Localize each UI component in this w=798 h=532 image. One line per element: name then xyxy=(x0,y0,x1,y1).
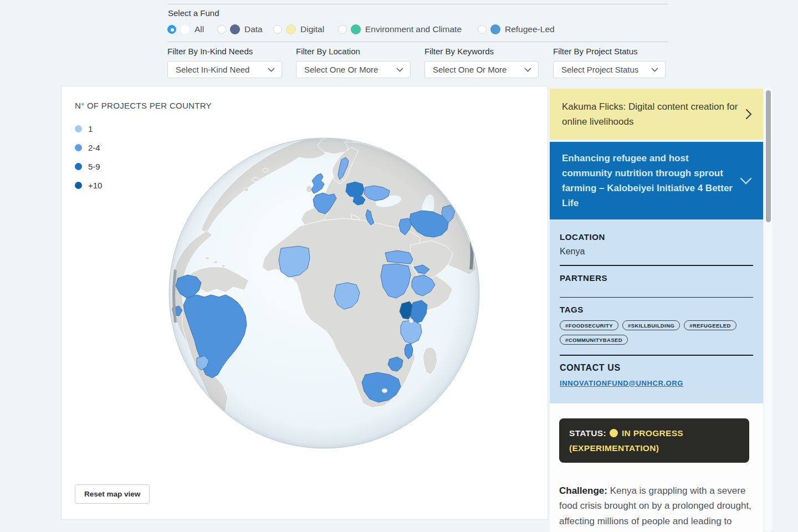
chevron-down-icon xyxy=(651,68,658,72)
fund-selector-heading: Select a Fund xyxy=(168,8,219,18)
filter-label-in-kind: Filter By In-Kind Needs xyxy=(167,47,282,56)
project-sidebar: Kakuma Flicks: Digital content creation … xyxy=(550,89,763,532)
select-value: Select One Or More xyxy=(304,65,378,74)
tags-list: #FOODSECURITY #SKILLBUILDING #REFUGEELED… xyxy=(560,320,753,345)
tag-badge: #SKILLBUILDING xyxy=(622,320,680,330)
reset-map-view-button[interactable]: Reset map view xyxy=(75,484,150,504)
filters-area: Select a Fund All Data Digital Environme… xyxy=(167,0,668,83)
project-card-title: Enhancing refugee and host community nut… xyxy=(562,151,734,211)
status-badge: STATUS:IN PROGRESS (EXPERIMENTATION) xyxy=(559,418,749,463)
contact-email-link[interactable]: INNOVATIONFUND@UNHCR.ORG xyxy=(560,379,683,387)
select-value: Select One Or More xyxy=(433,65,507,74)
contact-heading: CONTACT US xyxy=(560,363,753,373)
map-panel: N° OF PROJECTS PER COUNTRY 1 2-4 5-9 +10… xyxy=(61,86,548,520)
legend-dot-icon xyxy=(75,182,82,189)
fund-option-label: Refugee-Led xyxy=(505,24,555,34)
project-status-select[interactable]: Select Project Status xyxy=(553,61,666,78)
radio-icon xyxy=(478,25,487,34)
in-kind-needs-select[interactable]: Select In-Kind Need xyxy=(167,61,282,78)
partners-heading: PARTNERS xyxy=(560,273,753,283)
description-lead: Challenge: xyxy=(559,485,607,496)
project-card-expanded[interactable]: Enhancing refugee and host community nut… xyxy=(550,142,763,219)
top-divider xyxy=(167,4,668,4)
project-card-title: Kakuma Flicks: Digital content creation … xyxy=(562,99,740,129)
legend-dot-icon xyxy=(75,125,82,132)
fund-option-label: All xyxy=(195,24,204,34)
location-heading: LOCATION xyxy=(560,232,753,242)
fund-radio-group: All Data Digital Environment and Climate… xyxy=(167,24,668,35)
radio-selected-icon xyxy=(167,25,176,34)
fund-option-environment-climate[interactable]: Environment and Climate xyxy=(338,24,462,34)
status-label: STATUS: xyxy=(569,428,606,438)
project-card-collapsed[interactable]: Kakuma Flicks: Digital content creation … xyxy=(550,89,763,140)
legend-dot-icon xyxy=(75,163,82,170)
map-legend: N° OF PROJECTS PER COUNTRY 1 2-4 5-9 +10 xyxy=(75,101,212,195)
fund-option-refugee-led[interactable]: Refugee-Led xyxy=(478,24,555,34)
fund-option-label: Digital xyxy=(300,24,324,34)
radio-icon xyxy=(217,25,226,34)
legend-item: 2-4 xyxy=(75,138,212,157)
chevron-down-icon xyxy=(396,68,403,72)
section-divider xyxy=(560,265,753,266)
fund-color-swatch xyxy=(490,24,500,34)
fund-color-swatch xyxy=(351,24,361,34)
section-divider xyxy=(560,297,753,298)
legend-dot-icon xyxy=(75,144,82,151)
section-divider xyxy=(560,355,753,356)
legend-item: 1 xyxy=(75,119,212,138)
chevron-down-icon xyxy=(268,68,275,72)
tag-badge: #REFUGEELED xyxy=(684,320,736,330)
tags-heading: TAGS xyxy=(560,305,753,314)
legend-title: N° OF PROJECTS PER COUNTRY xyxy=(75,101,212,110)
legend-item: 5-9 xyxy=(75,157,212,176)
fund-color-swatch xyxy=(230,24,240,34)
fund-option-digital[interactable]: Digital xyxy=(273,24,324,34)
status-dot-icon xyxy=(610,429,618,437)
chevron-right-icon xyxy=(745,108,752,120)
filter-label-keywords: Filter By Keywords xyxy=(424,47,539,56)
location-value: Kenya xyxy=(560,247,753,257)
tag-badge: #FOODSECURITY xyxy=(560,320,618,330)
tag-badge: #COMMUNITYBASED xyxy=(560,335,628,345)
chevron-down-icon xyxy=(524,68,531,72)
filters-divider xyxy=(167,42,668,42)
fund-color-swatch xyxy=(286,24,296,34)
select-value: Select In-Kind Need xyxy=(176,65,249,74)
chevron-down-icon xyxy=(740,177,752,185)
fund-option-data[interactable]: Data xyxy=(217,24,263,34)
select-value: Select Project Status xyxy=(561,65,638,74)
location-select[interactable]: Select One Or More xyxy=(296,61,411,78)
fund-option-label: Environment and Climate xyxy=(365,24,462,34)
project-description: Challenge: Kenya is grappling with a sev… xyxy=(559,483,754,532)
radio-icon xyxy=(338,25,347,34)
scrollbar-thumb[interactable] xyxy=(766,90,771,222)
fund-color-swatch xyxy=(180,24,190,34)
project-details-panel: LOCATION Kenya PARTNERS TAGS #FOODSECURI… xyxy=(550,219,763,403)
fund-option-all[interactable]: All xyxy=(167,24,204,34)
filter-label-location: Filter By Location xyxy=(296,47,411,56)
radio-icon xyxy=(273,25,282,34)
keywords-select[interactable]: Select One Or More xyxy=(424,61,539,78)
fund-option-label: Data xyxy=(244,24,263,34)
legend-item: +10 xyxy=(75,176,212,195)
filter-label-project-status: Filter By Project Status xyxy=(553,47,666,56)
